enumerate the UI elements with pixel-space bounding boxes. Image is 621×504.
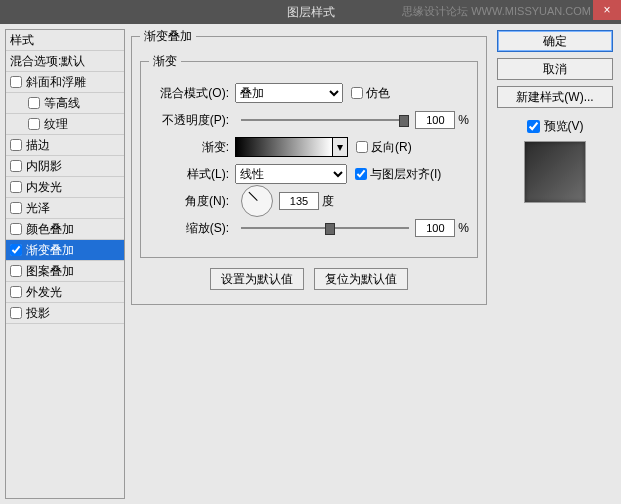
- style-contour[interactable]: 等高线: [6, 93, 124, 114]
- gradient-style-select[interactable]: 线性: [235, 164, 347, 184]
- reverse-checkbox[interactable]: [356, 141, 368, 153]
- inner-shadow-checkbox[interactable]: [10, 160, 22, 172]
- style-inner-shadow[interactable]: 内阴影: [6, 156, 124, 177]
- preview-label: 预览(V): [544, 118, 584, 135]
- stroke-checkbox[interactable]: [10, 139, 22, 151]
- texture-checkbox[interactable]: [28, 118, 40, 130]
- style-texture[interactable]: 纹理: [6, 114, 124, 135]
- dither-label: 仿色: [366, 85, 390, 102]
- set-default-button[interactable]: 设置为默认值: [210, 268, 304, 290]
- blending-options[interactable]: 混合选项:默认: [6, 51, 124, 72]
- style-label: 样式(L):: [149, 166, 229, 183]
- contour-checkbox[interactable]: [28, 97, 40, 109]
- styles-header[interactable]: 样式: [6, 30, 124, 51]
- gradient-overlay-panel: 渐变叠加 渐变 混合模式(O): 叠加 仿色 不透明度(P): %: [131, 28, 487, 305]
- dither-checkbox[interactable]: [351, 87, 363, 99]
- preview-swatch: [524, 141, 586, 203]
- scale-slider[interactable]: [241, 221, 409, 235]
- color-overlay-checkbox[interactable]: [10, 223, 22, 235]
- style-color-overlay[interactable]: 颜色叠加: [6, 219, 124, 240]
- title-bar: 图层样式 思缘设计论坛 WWW.MISSYUAN.COM ×: [0, 0, 621, 24]
- panel-legend: 渐变叠加: [140, 28, 196, 45]
- cancel-button[interactable]: 取消: [497, 58, 613, 80]
- inner-legend: 渐变: [149, 53, 181, 70]
- style-drop-shadow[interactable]: 投影: [6, 303, 124, 324]
- opacity-input[interactable]: [415, 111, 455, 129]
- drop-shadow-checkbox[interactable]: [10, 307, 22, 319]
- scale-pct: %: [458, 221, 469, 235]
- style-pattern-overlay[interactable]: 图案叠加: [6, 261, 124, 282]
- scale-input[interactable]: [415, 219, 455, 237]
- angle-input[interactable]: [279, 192, 319, 210]
- gradient-label: 渐变:: [149, 139, 229, 156]
- right-panel: 确定 取消 新建样式(W)... 预览(V): [493, 24, 621, 504]
- angle-dial[interactable]: [241, 185, 273, 217]
- gradient-dropdown[interactable]: ▾: [333, 137, 348, 157]
- gradient-swatch[interactable]: [235, 137, 333, 157]
- angle-label: 角度(N):: [149, 193, 229, 210]
- reverse-label: 反向(R): [371, 139, 412, 156]
- align-layer-label: 与图层对齐(I): [370, 166, 441, 183]
- angle-degree: 度: [322, 193, 334, 210]
- style-gradient-overlay[interactable]: 渐变叠加: [6, 240, 124, 261]
- opacity-slider[interactable]: [241, 113, 409, 127]
- align-layer-checkbox[interactable]: [355, 168, 367, 180]
- gradient-group: 渐变 混合模式(O): 叠加 仿色 不透明度(P): % 渐变: [140, 53, 478, 258]
- satin-checkbox[interactable]: [10, 202, 22, 214]
- styles-list: 样式 混合选项:默认 斜面和浮雕 等高线 纹理 描边 内阴影 内发光 光泽 颜色…: [5, 29, 125, 499]
- bevel-checkbox[interactable]: [10, 76, 22, 88]
- preview-checkbox[interactable]: [527, 120, 540, 133]
- blend-mode-select[interactable]: 叠加: [235, 83, 343, 103]
- opacity-pct: %: [458, 113, 469, 127]
- style-satin[interactable]: 光泽: [6, 198, 124, 219]
- reset-default-button[interactable]: 复位为默认值: [314, 268, 408, 290]
- inner-glow-checkbox[interactable]: [10, 181, 22, 193]
- watermark: 思缘设计论坛 WWW.MISSYUAN.COM: [402, 4, 591, 19]
- style-stroke[interactable]: 描边: [6, 135, 124, 156]
- style-bevel[interactable]: 斜面和浮雕: [6, 72, 124, 93]
- pattern-overlay-checkbox[interactable]: [10, 265, 22, 277]
- style-outer-glow[interactable]: 外发光: [6, 282, 124, 303]
- close-button[interactable]: ×: [593, 0, 621, 20]
- opacity-label: 不透明度(P):: [149, 112, 229, 129]
- new-style-button[interactable]: 新建样式(W)...: [497, 86, 613, 108]
- ok-button[interactable]: 确定: [497, 30, 613, 52]
- outer-glow-checkbox[interactable]: [10, 286, 22, 298]
- style-inner-glow[interactable]: 内发光: [6, 177, 124, 198]
- scale-label: 缩放(S):: [149, 220, 229, 237]
- blend-mode-label: 混合模式(O):: [149, 85, 229, 102]
- gradient-overlay-checkbox[interactable]: [10, 244, 22, 256]
